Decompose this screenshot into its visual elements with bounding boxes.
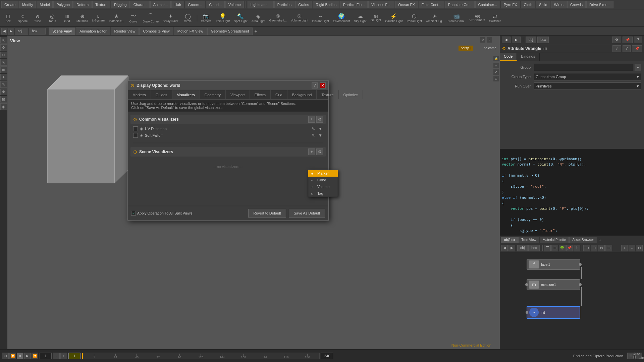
dialog-tab-optimize[interactable]: Optimize [339,90,363,99]
timeline-inc[interactable]: + [60,353,67,359]
node-graph-canvas[interactable]: f facet1 m measure1 ~ init [500,252,644,349]
menu-fluid[interactable]: Fluid Cont... [419,1,444,8]
tool-distant-light[interactable]: ↔ Distant Light [311,13,330,23]
tool-grid[interactable]: ≋ Grid [60,12,74,23]
timeline-next-frame[interactable]: ⏩ [32,353,38,359]
menu-animat[interactable]: Animat... [150,1,171,8]
vp-icon-expand[interactable]: ⤢ [493,69,499,75]
tab-material-palette[interactable]: Material Palette [540,237,569,243]
tool-spot-light[interactable]: 🔦 Spot Light [232,12,249,23]
tool-edit[interactable]: ✎ [0,81,7,88]
tool-metaball[interactable]: ⊕ Metaball [75,12,89,23]
menu-grains[interactable]: Grains [295,1,312,8]
menu-volume[interactable]: Volume [225,1,244,8]
run-over-dropdown[interactable]: Primitives ▼ [534,82,641,90]
dialog-tab-grid[interactable]: Grid [271,90,287,99]
right-nav-back[interactable]: ◀ [502,37,511,43]
timeline-jump-start[interactable]: ⏮ [2,353,9,359]
tool-volume-light[interactable]: Ⓥ Volume Light [289,13,310,23]
menu-wires[interactable]: Wires [551,1,567,8]
dialog-tab-background[interactable]: Background [287,90,317,99]
tool-geo-light[interactable]: Ⓖ Geometry L.. [268,13,288,23]
timeline-play[interactable]: ▶ [24,353,31,359]
tab-motion-fx[interactable]: Motion FX View [174,27,207,35]
menu-populate[interactable]: Populate Co... [445,1,475,8]
facet1-out-connector[interactable] [579,263,582,266]
menu-chara[interactable]: Chara... [130,1,150,8]
vp-icon-home[interactable]: ⌂ [493,62,499,68]
dialog-tab-guides[interactable]: Guides [151,90,172,99]
viz-checkbox-uv[interactable] [133,126,138,131]
tool-platonic[interactable]: ★ Platonic S.. [107,12,125,23]
timeline-end-input[interactable]: 240 [321,353,333,359]
menu-cloud[interactable]: Cloud... [206,1,225,8]
revert-default-btn[interactable]: Revert to Default [248,209,286,218]
tab-scene-view[interactable]: Scene View [49,27,75,35]
measure1-out-connector[interactable] [579,283,582,286]
tool-draw-curve[interactable]: ⌒ Draw Curve [142,12,160,24]
dialog-tab-viewport[interactable]: Viewport [226,90,250,99]
tab-tree-view[interactable]: Tree View [518,237,539,243]
menu-crowds[interactable]: Crowds [567,1,586,8]
timeline-ruler[interactable]: 1 24 48 72 96 120 144 168 192 216 240 [82,353,320,359]
auto-update-btn[interactable]: Auto Update [635,353,642,359]
tool-sphere[interactable]: ○ Sphere [16,13,30,23]
tool-caustic-light[interactable]: ⚡ Caustic Light [384,12,404,23]
bottom-tab-add[interactable]: + [597,237,603,243]
display-options-dialog[interactable]: ⊙ Display Options: world ? ✕ Markers Gui… [127,80,329,221]
node-tool-list[interactable]: ☰ [544,245,551,251]
node-facet1[interactable]: f facet1 [527,259,580,270]
tool-snap[interactable]: ✦ [0,74,7,80]
menu-hair[interactable]: Hair [171,1,184,8]
node-toolbar-forward[interactable]: ▶ [508,245,515,251]
tool-lsystem[interactable]: L L-System [91,13,106,23]
node-tool-tree[interactable]: 🌳 [559,245,566,251]
timeline-dec[interactable]: - [53,353,60,359]
menu-container[interactable]: Container... [475,1,500,8]
menu-create[interactable]: Create [1,1,18,8]
viz-checkbox-falloff[interactable] [133,133,138,138]
node-tool-pin[interactable]: 📌 [566,245,573,251]
ctx-item-color[interactable]: ○ Color [308,177,338,183]
menu-deform[interactable]: Deform [73,1,92,8]
right-nav-settings[interactable]: ⚙ [612,37,621,43]
group-input[interactable] [534,64,633,71]
menu-model[interactable]: Model [37,1,53,8]
menu-modify[interactable]: Modify [19,1,36,8]
dialog-tab-effects[interactable]: Effects [250,90,271,99]
dialog-tab-geometry[interactable]: Geometry [200,90,226,99]
tool-move[interactable]: ✛ [0,44,7,51]
tool-camera[interactable]: 📷 Camera [200,12,213,23]
common-viz-add-btn[interactable]: + [308,116,315,123]
tool-area-light[interactable]: ◈ Area Light [250,12,267,23]
node-tool-align[interactable]: ⊠ [598,245,605,251]
scene-view-settings[interactable]: ◀ [1,28,7,35]
scene-viz-add-btn[interactable]: + [308,148,315,155]
node-tool-connect[interactable]: ⟶ [583,245,590,251]
node-tool-info[interactable]: ℹ [574,245,580,251]
tool-vr-camera[interactable]: VR VR Camera [468,14,487,22]
menu-texture[interactable]: Texture [92,1,110,8]
code-editor[interactable]: int pts[] = primpoints(0, @primnum); vec… [500,149,644,235]
menu-rigid[interactable]: Rigid Bodies [313,1,339,8]
ctx-item-marker[interactable]: ◈ Marker [308,170,338,177]
box-input[interactable] [29,28,46,35]
menu-pyro[interactable]: Pyro FX [501,1,520,8]
timeline-start-input[interactable]: 1 [40,353,52,359]
dialog-help-btn[interactable]: ? [312,82,318,88]
wrangle-pin[interactable]: 📌 [632,45,642,52]
wrangle-expand[interactable]: ⤢ [612,45,621,52]
node-tool-layout[interactable]: ⊟ [591,245,597,251]
node-init[interactable]: ~ init [527,306,580,319]
node-tool-grid[interactable]: ⊞ [551,245,558,251]
viewport-settings-icon[interactable]: ⚙ [480,37,486,43]
menu-drive[interactable]: Drive Simu... [586,1,613,8]
menu-polygon[interactable]: Polygon [53,1,73,8]
tool-scale[interactable]: ⤡ [0,59,7,66]
tool-stereo-cam[interactable]: 📹 Stereo Cam.. [446,12,467,23]
dialog-tab-visualizers[interactable]: Visualizers [172,90,200,99]
right-nav-help[interactable]: ? [634,37,642,43]
timeline-current-input[interactable]: 1 [68,353,80,359]
menu-rigging[interactable]: Rigging [111,1,129,8]
menu-particles[interactable]: Particles [274,1,294,8]
